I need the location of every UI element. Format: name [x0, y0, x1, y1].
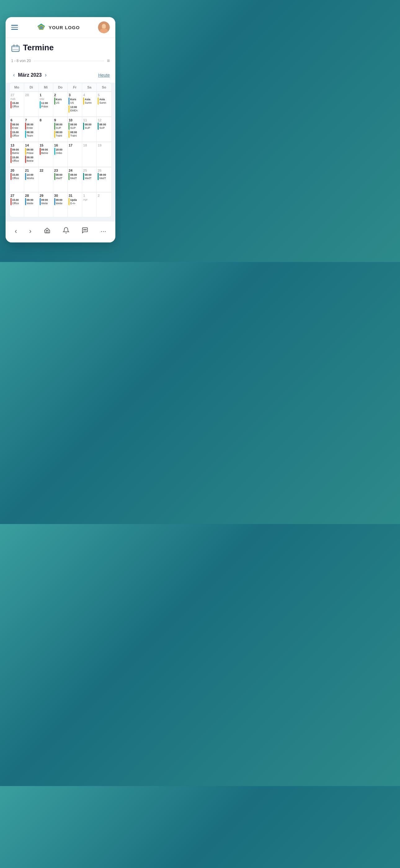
calendar-day[interactable]: 2KursUS [53, 92, 68, 116]
calendar-day[interactable]: 608:00Erste15.00Office [10, 117, 24, 142]
calendar-day[interactable]: 2809:00Weite [24, 192, 39, 217]
calendar-day[interactable]: 4AsiaSumn [82, 92, 97, 116]
event-pill[interactable]: 08:00SUP [98, 123, 110, 130]
event-text: 08:00SUP [69, 123, 77, 130]
today-button[interactable]: Heute [98, 73, 110, 78]
calendar-day[interactable]: 908:00SUP08:00Traini [53, 117, 68, 142]
event-pill[interactable]: 08:00MedT [98, 173, 110, 180]
event-pill[interactable]: 11:00Präse [40, 101, 52, 108]
event-pill[interactable]: 18:00Onbo [54, 148, 67, 155]
calendar-day[interactable]: 8 [39, 117, 53, 142]
event-pill[interactable]: 08:00Team [25, 130, 37, 137]
event-text: KursUS [69, 97, 76, 104]
day-sub: Apr [83, 198, 96, 201]
event-pill[interactable]: UpdaD-A- [69, 198, 81, 205]
notifications-button[interactable] [60, 226, 72, 237]
svg-point-7 [102, 24, 106, 28]
event-pill[interactable]: 08:00MedT [83, 173, 96, 180]
home-button[interactable] [41, 226, 53, 237]
day-number: 25 [83, 168, 96, 172]
event-pill[interactable]: 13:00EMEA [69, 105, 81, 113]
calendar-day[interactable]: 18 [82, 142, 97, 167]
calendar-day[interactable]: 1208:00SUP [97, 117, 111, 142]
event-text: 09:00Betrie [26, 156, 34, 163]
event-pill[interactable]: 08:00MedT [54, 173, 67, 180]
calendar-day[interactable]: 3KursUS13:00EMEA [68, 92, 82, 116]
termine-icon [11, 43, 20, 52]
event-pill[interactable]: 15.00Office [10, 156, 23, 163]
weekday-sa: Sa [82, 83, 97, 91]
event-pill[interactable]: 08:00Erste [10, 123, 23, 130]
event-pill[interactable]: 15.00Office [10, 173, 23, 180]
calendar-day[interactable]: 2909:00Weite [39, 192, 53, 217]
avatar[interactable] [98, 22, 110, 33]
event-pill[interactable]: KursUS [54, 97, 67, 104]
event-pill[interactable]: 08:00MedT [69, 173, 81, 180]
event-pill[interactable]: 15.00Office [10, 130, 23, 137]
event-pill[interactable]: 15.00Office [10, 101, 23, 108]
calendar-day[interactable]: 17 [68, 142, 82, 167]
calendar-day[interactable]: 2715.00Office [10, 192, 24, 217]
event-pill[interactable]: 09:00Präse [25, 148, 37, 155]
event-text: 15.00Office [11, 156, 20, 163]
calendar-day[interactable]: 3009:00Weite [53, 192, 68, 217]
calendar-day[interactable]: 1618:00Onbo [53, 142, 68, 167]
chat-button[interactable] [79, 226, 91, 237]
event-pill[interactable]: 09:00Betrie [40, 148, 52, 155]
calendar-day[interactable]: 2408:00MedT [68, 167, 82, 192]
event-pill[interactable]: 09:00Weite [54, 198, 67, 205]
calendar-day[interactable]: 2508:00MedT [82, 167, 97, 192]
calendar-day[interactable]: 2114:00Works [24, 167, 39, 192]
event-pill[interactable]: 08:00SUP [69, 123, 81, 130]
calendar-day[interactable]: 1108:00SUP [82, 117, 97, 142]
event-pill[interactable]: AsiaSumn [98, 97, 110, 104]
back-button[interactable]: ‹ [12, 226, 20, 237]
event-pill[interactable]: KursUS [69, 97, 81, 104]
event-pill[interactable]: 08:00SUP [54, 123, 67, 130]
more-button[interactable]: ··· [98, 226, 108, 237]
week-row-4: 2715.00Office2809:00Weite2909:00Weite300… [10, 192, 111, 217]
calendar-day[interactable]: 1008:00SUP08:00Traini [68, 117, 82, 142]
calendar-day[interactable]: 2015.00Office [10, 167, 24, 192]
event-pill[interactable]: 14:00Works [25, 173, 37, 180]
prev-month-button[interactable]: ‹ [11, 71, 17, 79]
event-pill[interactable]: 09:00Weite [25, 198, 37, 205]
day-number: 5 [98, 93, 110, 97]
event-pill[interactable]: 08:00Erste [25, 123, 37, 130]
calendar-day[interactable]: 1309:00Betrie15.00Office [10, 142, 24, 167]
forward-button[interactable]: › [27, 226, 34, 237]
event-pill[interactable]: 15.00Office [10, 198, 23, 205]
event-pill[interactable]: 08:00Traini [69, 130, 81, 137]
event-text: 08:00SUP [55, 123, 63, 130]
event-text: 08:00MedT [55, 173, 63, 180]
calendar-day[interactable]: 2308:00MedT [53, 167, 68, 192]
menu-button[interactable] [11, 25, 18, 30]
event-text: 08:00Traini [69, 130, 77, 137]
calendar-day[interactable]: 1Mär11:00Präse [39, 92, 53, 116]
calendar-day[interactable]: 1Apr [82, 192, 97, 217]
calendar-day[interactable]: 708:00Erste08:00Team [24, 117, 39, 142]
next-month-button[interactable]: › [43, 71, 49, 79]
calendar-day[interactable]: 1409:00Präse09:00Betrie [24, 142, 39, 167]
calendar-day[interactable]: 22 [39, 167, 53, 192]
calendar-day[interactable]: 1509:00Betrie [39, 142, 53, 167]
event-pill[interactable]: AsiaSumn [83, 97, 96, 104]
calendar-day[interactable]: 5AsiaSumn [97, 92, 111, 116]
calendar-day[interactable]: 19 [97, 142, 111, 167]
filter-icon[interactable]: ≡ [107, 58, 110, 64]
calendar-day[interactable]: 28 [24, 92, 39, 116]
logo-text: YOUR LOGO [49, 25, 80, 30]
event-pill[interactable]: 08:00Traini [54, 130, 67, 137]
event-pill[interactable]: 09:00Betrie [25, 156, 37, 163]
event-pill[interactable]: 08:00SUP [83, 123, 96, 130]
day-number: 23 [54, 168, 67, 172]
calendar-day[interactable]: 2 [97, 192, 111, 217]
calendar-day[interactable]: 27Feb15.00Office [10, 92, 24, 116]
event-pill[interactable]: 09:00Betrie [10, 148, 23, 155]
event-pill[interactable]: 09:00Weite [40, 198, 52, 205]
weekday-di: Di [24, 83, 39, 91]
event-text: 08:00Traini [55, 130, 63, 137]
calendar-day[interactable]: 2608:00MedT [97, 167, 111, 192]
calendar-day[interactable]: 31UpdaD-A- [68, 192, 82, 217]
day-number: 24 [69, 168, 81, 172]
